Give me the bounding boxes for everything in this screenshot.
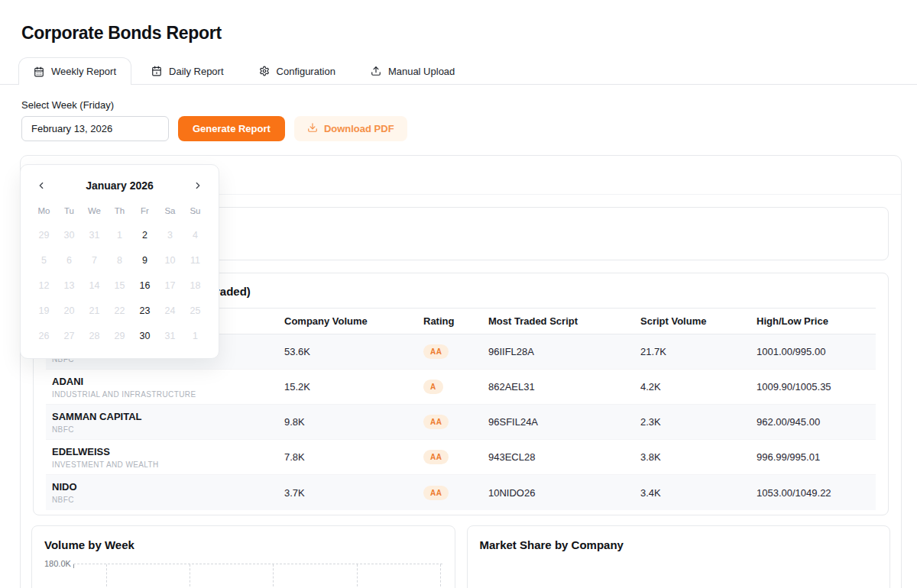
calendar-day: 4	[183, 223, 208, 248]
rating-badge: A	[423, 380, 443, 394]
grid-line	[357, 564, 358, 588]
calendar-day: 30	[57, 223, 82, 248]
calendar-day: 15	[107, 273, 132, 299]
controls-row: Generate Report Download PDF	[21, 116, 917, 141]
volume-by-week-card: Volume by Week 180.0K	[31, 525, 455, 588]
y-axis-tick-label: 180.0K	[44, 559, 71, 568]
weekday-label: Mo	[31, 206, 57, 215]
grid-line	[273, 564, 274, 588]
tab-label: Daily Report	[169, 66, 224, 77]
most-traded-script-value: 96SFIL24A	[488, 416, 640, 428]
calendar-day: 29	[107, 324, 132, 349]
column-header-most-traded-script: Most Traded Script	[488, 315, 640, 327]
calendar-days-icon	[34, 66, 44, 77]
weekday-label: Fr	[132, 206, 157, 215]
calendar-month-label: January 2026	[86, 179, 154, 192]
page-title: Corporate Bonds Report	[21, 23, 917, 44]
calendar-day: 24	[157, 299, 183, 324]
generate-report-button[interactable]: Generate Report	[178, 116, 285, 141]
y-axis-tick-mark	[73, 564, 74, 568]
upload-icon	[371, 66, 381, 76]
rating-badge: AA	[423, 415, 449, 429]
script-volume-value: 21.7K	[640, 346, 757, 357]
company-sector: INVESTMENT AND WEALTH	[52, 460, 284, 469]
chevron-left-icon[interactable]	[31, 176, 51, 195]
calendar-day: 26	[31, 324, 57, 349]
rating-badge: AA	[423, 344, 449, 359]
rating-badge: AA	[423, 486, 449, 500]
calendar-day: 29	[31, 223, 57, 248]
column-header-rating: Rating	[423, 315, 488, 327]
table-row: ADANIINDUSTRIAL AND INFRASTRUCTURE 15.2K…	[46, 370, 876, 405]
company-sector: NBFC	[52, 425, 284, 434]
calendar-day: 11	[183, 248, 208, 273]
gear-icon	[259, 66, 270, 76]
grid-line	[190, 564, 190, 588]
high-low-price-value: 1053.00/1049.22	[757, 487, 876, 499]
calendar-day: 27	[57, 324, 82, 349]
weekday-label: Sa	[157, 206, 183, 215]
calendar-day: 25	[183, 299, 208, 324]
high-low-price-value: 962.00/945.00	[757, 416, 876, 428]
download-pdf-label: Download PDF	[324, 123, 394, 134]
company-sector: INDUSTRIAL AND INFRASTRUCTURE	[52, 390, 284, 399]
tab-label: Configuration	[277, 66, 335, 77]
calendar-week-row: 12 13 14 15 16 17 18	[31, 273, 208, 299]
weekday-label: Tu	[57, 206, 82, 215]
calendar-week-row: 5 6 7 8 9 10 11	[31, 248, 208, 273]
table-row: NIDONBFC 3.7K AA 10NIDO26 3.4K 1053.00/1…	[46, 475, 876, 510]
calendar-nav: January 2026	[31, 176, 208, 195]
calendar-day: 19	[31, 299, 57, 324]
table-body: IIFLNBFC 53.6K AA 96IIFL28A 21.7K 1001.0…	[46, 334, 876, 510]
calendar-day: 31	[82, 223, 107, 248]
tab-manual-upload[interactable]: Manual Upload	[355, 57, 470, 84]
company-volume-value: 9.8K	[284, 416, 423, 428]
tab-label: Weekly Report	[51, 66, 116, 77]
company-name: ADANI	[52, 376, 284, 387]
calendar-day: 6	[57, 248, 82, 273]
tab-weekly-report[interactable]: Weekly Report	[18, 57, 131, 85]
calendar-day: 1	[107, 223, 132, 248]
calendar-day-friday[interactable]: 16	[132, 273, 157, 299]
calendar-popup: January 2026 Mo Tu We Th Fr Sa Su 29 30 …	[20, 164, 219, 359]
tab-configuration[interactable]: Configuration	[244, 57, 351, 84]
calendar-day-friday[interactable]: 2	[132, 223, 157, 248]
script-volume-value: 3.8K	[640, 451, 757, 463]
download-pdf-button[interactable]: Download PDF	[294, 116, 407, 141]
calendar-day: 7	[82, 248, 107, 273]
high-low-price-value: 996.99/995.01	[757, 451, 876, 463]
chevron-right-icon[interactable]	[188, 176, 208, 195]
company-name: EDELWEISS	[52, 446, 284, 457]
calendar-day: 22	[107, 299, 132, 324]
most-traded-script-value: 96IIFL28A	[488, 346, 640, 357]
charts-row: Volume by Week 180.0K Market Share by Co…	[31, 525, 890, 588]
calendar-day-friday[interactable]: 9	[132, 248, 157, 273]
page: Corporate Bonds Report Weekly Report Dai…	[0, 23, 917, 588]
calendar-icon	[151, 66, 162, 76]
week-date-input[interactable]	[21, 116, 169, 141]
script-volume-value: 2.3K	[640, 416, 757, 428]
column-header-high-low-price: High/Low Price	[757, 315, 876, 327]
calendar-day-friday[interactable]: 23	[132, 299, 157, 324]
calendar-day: 8	[107, 248, 132, 273]
calendar-day: 28	[82, 324, 107, 349]
calendar-week-row: 19 20 21 22 23 24 25	[31, 299, 208, 324]
market-share-card: Market Share by Company	[467, 525, 891, 588]
calendar-day: 21	[82, 299, 107, 324]
calendar-day: 14	[82, 273, 107, 299]
company-name: NIDO	[52, 481, 284, 493]
calendar-day: 31	[157, 324, 183, 349]
company-volume-value: 3.7K	[284, 487, 423, 499]
tab-daily-report[interactable]: Daily Report	[136, 57, 239, 84]
high-low-price-value: 1001.00/995.00	[757, 346, 876, 357]
column-header-company-volume: Company Volume	[284, 315, 423, 327]
calendar-day-friday[interactable]: 30	[132, 324, 157, 349]
calendar-day: 5	[31, 248, 57, 273]
most-traded-script-value: 862AEL31	[488, 381, 640, 393]
calendar-day: 12	[31, 273, 57, 299]
script-volume-value: 4.2K	[640, 381, 757, 393]
download-icon	[307, 122, 318, 135]
script-volume-value: 3.4K	[640, 487, 757, 499]
high-low-price-value: 1009.90/1005.35	[757, 381, 876, 393]
company-volume-value: 15.2K	[284, 381, 423, 393]
